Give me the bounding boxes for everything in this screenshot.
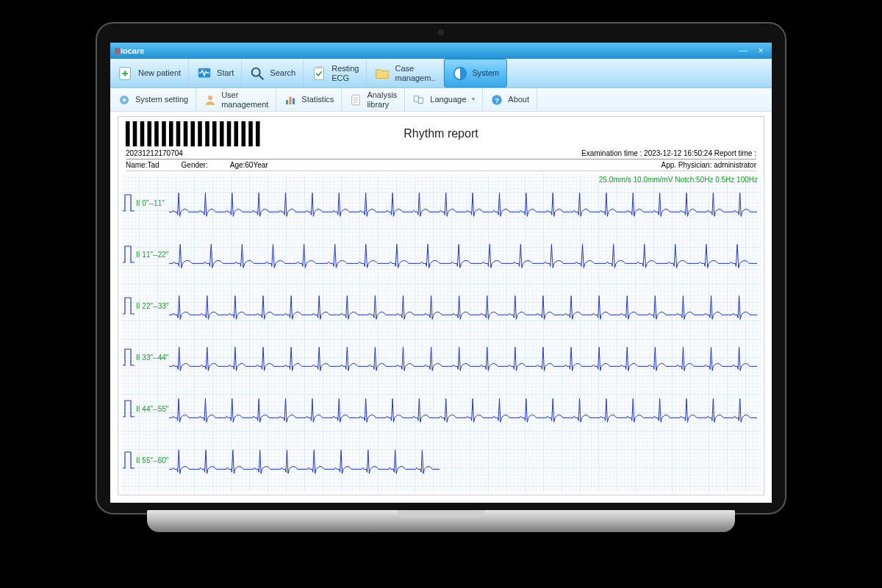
system-label: System bbox=[473, 68, 500, 77]
statistics-button[interactable]: Statistics bbox=[276, 88, 342, 111]
resting-ecg-label: Resting ECG bbox=[331, 64, 359, 82]
case-management-button[interactable]: Case managem.. bbox=[367, 59, 443, 87]
physician: App. Physician: administrator bbox=[661, 161, 756, 169]
lead-row: II 44"--55" bbox=[121, 386, 761, 437]
close-button[interactable]: × bbox=[754, 46, 767, 56]
statistics-label: Statistics bbox=[301, 95, 334, 104]
patient-gender: Gender: bbox=[182, 161, 208, 169]
clipboard-check-icon bbox=[311, 65, 327, 82]
brand-suffix: iocare bbox=[121, 46, 144, 55]
svg-rect-11 bbox=[290, 96, 292, 104]
svg-point-2 bbox=[252, 68, 260, 76]
report-meta-row-2: Name:Tad Gender: Age:60Year App. Physici… bbox=[126, 161, 756, 171]
minimize-button[interactable]: — bbox=[736, 46, 750, 56]
svg-rect-18 bbox=[419, 98, 423, 104]
chevron-down-icon: ▾ bbox=[472, 96, 475, 103]
lead-row: II 55"--60" bbox=[121, 437, 761, 489]
language-icon bbox=[412, 93, 426, 107]
analysis-library-button[interactable]: Analysis library bbox=[342, 88, 405, 111]
ecg-trace bbox=[121, 437, 761, 489]
ecg-trace bbox=[121, 386, 761, 437]
report-meta-row-1: 20231212170704 Examination time : 2023-1… bbox=[126, 149, 756, 159]
record-id: 20231212170704 bbox=[126, 149, 183, 157]
system-setting-button[interactable]: System setting bbox=[110, 88, 196, 111]
start-label: Start bbox=[217, 68, 234, 77]
svg-rect-17 bbox=[415, 96, 419, 101]
new-patient-icon bbox=[118, 65, 134, 82]
report-page: ▌▌▌▌▌▌▌▌▌▌▌▌▌▌▌▌▌▌▌ Rhythm report 202312… bbox=[118, 116, 764, 495]
ecg-trace bbox=[121, 334, 761, 386]
svg-rect-12 bbox=[293, 98, 295, 104]
folder-icon bbox=[374, 65, 390, 82]
exam-time: Examination time : 2023-12-12 16:50:24 R… bbox=[581, 149, 756, 157]
screen: Biocare — × New patient bbox=[110, 43, 772, 503]
new-patient-button[interactable]: New patient bbox=[110, 59, 189, 87]
barcode: ▌▌▌▌▌▌▌▌▌▌▌▌▌▌▌▌▌▌▌ bbox=[126, 121, 263, 146]
laptop-base bbox=[147, 510, 735, 532]
toolbar-primary: New patient Start Search bbox=[110, 59, 772, 88]
about-button[interactable]: ? About bbox=[483, 88, 537, 111]
toolbar-secondary: System setting User management Statistic… bbox=[110, 88, 772, 112]
user-management-label: User management bbox=[221, 90, 268, 108]
brand-prefix: B bbox=[115, 46, 121, 55]
system-setting-label: System setting bbox=[135, 95, 188, 104]
bar-chart-icon bbox=[284, 93, 297, 107]
lead-row: II 22"--33" bbox=[121, 283, 761, 334]
ecg-grid: 25.0mm/s 10.0mm/mV Notch:50Hz 0.5Hz 100H… bbox=[121, 174, 761, 492]
case-management-label: Case managem.. bbox=[395, 64, 435, 82]
window-controls: — × bbox=[736, 46, 767, 56]
lead-row: II 0"--11" bbox=[121, 180, 761, 232]
language-label: Language bbox=[430, 95, 466, 104]
svg-point-9 bbox=[208, 96, 212, 100]
document-icon bbox=[349, 93, 362, 107]
laptop-bezel: Biocare — × New patient bbox=[96, 22, 786, 514]
svg-line-3 bbox=[259, 75, 264, 79]
camera-dot bbox=[438, 29, 444, 35]
patient-age: Age:60Year bbox=[230, 161, 268, 169]
ecg-trace bbox=[121, 180, 761, 232]
svg-text:?: ? bbox=[495, 96, 499, 104]
user-icon bbox=[204, 93, 217, 107]
window-titlebar: Biocare — × bbox=[110, 43, 772, 59]
search-icon bbox=[249, 65, 265, 82]
lead-row: II 33"--44" bbox=[121, 334, 761, 386]
start-icon bbox=[196, 65, 212, 82]
svg-rect-10 bbox=[286, 100, 288, 104]
lead-row: II 11"--22" bbox=[121, 232, 761, 283]
gear-icon bbox=[118, 93, 131, 107]
system-icon bbox=[452, 65, 468, 82]
new-patient-label: New patient bbox=[138, 68, 181, 77]
language-button[interactable]: Language ▾ bbox=[405, 88, 483, 111]
ecg-trace bbox=[121, 232, 761, 283]
user-management-button[interactable]: User management bbox=[196, 88, 276, 111]
resting-ecg-button[interactable]: Resting ECG bbox=[304, 59, 367, 87]
start-button[interactable]: Start bbox=[189, 59, 242, 87]
search-button[interactable]: Search bbox=[242, 59, 304, 87]
help-icon: ? bbox=[490, 93, 503, 107]
ecg-trace bbox=[121, 283, 761, 334]
analysis-library-label: Analysis library bbox=[367, 90, 397, 108]
svg-rect-5 bbox=[317, 65, 322, 68]
search-label: Search bbox=[270, 68, 295, 77]
laptop-notch bbox=[397, 510, 485, 517]
report-container: ▌▌▌▌▌▌▌▌▌▌▌▌▌▌▌▌▌▌▌ Rhythm report 202312… bbox=[110, 112, 772, 503]
svg-point-8 bbox=[123, 98, 126, 101]
svg-rect-4 bbox=[315, 67, 324, 79]
patient-name: Name:Tad bbox=[126, 161, 159, 169]
system-tab[interactable]: System bbox=[444, 59, 508, 87]
laptop-mockup: Biocare — × New patient bbox=[96, 22, 786, 514]
brand-logo: Biocare bbox=[115, 46, 144, 55]
about-label: About bbox=[508, 95, 529, 104]
